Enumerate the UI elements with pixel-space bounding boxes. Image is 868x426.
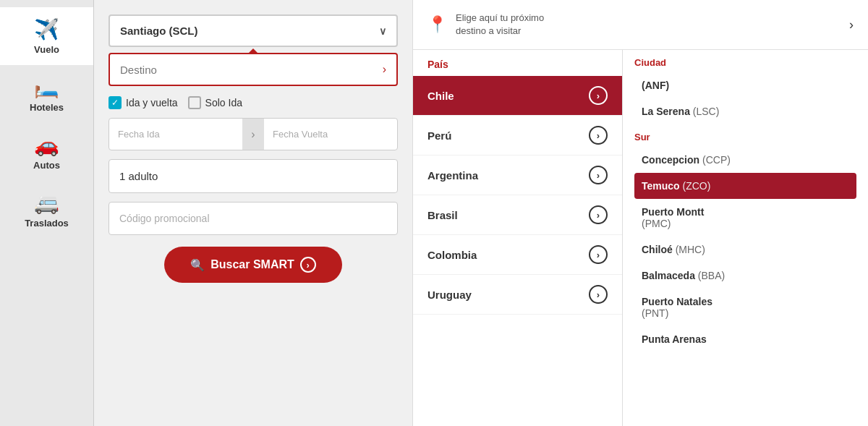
city-item-anf[interactable]: (ANF)	[634, 72, 856, 98]
sidebar-label-hoteles: Hoteles	[30, 102, 64, 113]
country-arrow-chile: ›	[589, 86, 608, 105]
city-item-concepcion[interactable]: Concepcion (CCP)	[634, 147, 856, 173]
van-icon: 🚐	[34, 191, 59, 215]
dest-header-arrow: ›	[849, 17, 854, 33]
adults-box[interactable]: 1 adulto	[109, 159, 398, 193]
booking-form: Santiago (SCL) ∨ ⌄ › ✓ Ida y vuelta Solo…	[94, 0, 412, 426]
city-item-balmaceda[interactable]: Balmaceda (BBA)	[634, 263, 856, 289]
chevron-down-icon: ∨	[379, 25, 386, 37]
city-name-puerto-montt: Puerto Montt(PMC)	[642, 206, 704, 229]
dest-header-text: Elige aquí tu próximo destino a visitar	[456, 12, 841, 38]
country-item-peru[interactable]: Perú ›	[413, 116, 622, 156]
country-item-brasil[interactable]: Brasil ›	[413, 195, 622, 235]
countries-list: País Chile › Perú › Argentina › Brasil ›…	[413, 50, 623, 426]
fecha-vuelta-label: Fecha Vuelta	[273, 129, 328, 140]
city-item-puerto-natales[interactable]: Puerto Natales(PNT)	[634, 289, 856, 326]
country-name-peru: Perú	[427, 129, 451, 142]
date-divider-arrow: ›	[242, 119, 264, 150]
city-name-la-serena: La Serena (LSC)	[642, 106, 719, 117]
ida-vuelta-checkbox[interactable]: ✓	[109, 96, 122, 109]
countries-label: País	[413, 50, 622, 76]
solo-ida-text: Solo Ida	[205, 97, 242, 108]
country-arrow-argentina: ›	[589, 166, 608, 184]
sidebar-item-traslados[interactable]: 🚐 Traslados	[0, 181, 93, 239]
ida-vuelta-text: Ida y vuelta	[126, 97, 178, 108]
country-name-chile: Chile	[427, 90, 454, 102]
country-item-chile[interactable]: Chile ›	[413, 76, 622, 116]
plane-icon: ✈️	[34, 17, 59, 41]
country-arrow-peru: ›	[589, 126, 608, 145]
country-item-uruguay[interactable]: Uruguay ›	[413, 275, 622, 315]
country-item-argentina[interactable]: Argentina ›	[413, 156, 622, 195]
city-name-punta-arenas: Punta Arenas	[642, 333, 707, 345]
sidebar-item-vuelo[interactable]: ✈️ Vuelo	[0, 7, 93, 65]
solo-ida-checkbox[interactable]	[188, 96, 201, 109]
fecha-vuelta-field[interactable]: Fecha Vuelta	[264, 119, 397, 150]
city-item-puerto-montt[interactable]: Puerto Montt(PMC)	[634, 199, 856, 237]
sidebar-label-vuelo: Vuelo	[34, 44, 59, 55]
city-item-temuco[interactable]: Temuco (ZCO)	[634, 173, 856, 199]
car-icon: 🚗	[34, 133, 59, 157]
promo-placeholder: Código promocional	[119, 213, 210, 224]
fecha-ida-field[interactable]: Fecha Ida	[109, 119, 242, 150]
city-name-anf: (ANF)	[642, 80, 669, 91]
location-pin-icon: 📍	[427, 15, 447, 34]
arrow-right-icon: ›	[383, 63, 386, 76]
fecha-ida-label: Fecha Ida	[118, 129, 160, 140]
bed-icon: 🛏️	[34, 75, 59, 99]
country-name-colombia: Colombia	[427, 249, 477, 261]
city-name-puerto-natales: Puerto Natales(PNT)	[642, 296, 712, 319]
city-item-la-serena[interactable]: La Serena (LSC)	[634, 98, 856, 124]
sidebar: ✈️ Vuelo 🛏️ Hoteles 🚗 Autos 🚐 Traslados	[0, 0, 94, 426]
sidebar-item-hoteles[interactable]: 🛏️ Hoteles	[0, 65, 93, 123]
sidebar-label-traslados: Traslados	[25, 218, 69, 229]
ida-vuelta-label[interactable]: ✓ Ida y vuelta	[109, 96, 178, 109]
adults-value: 1 adulto	[119, 170, 158, 182]
sidebar-item-autos[interactable]: 🚗 Autos	[0, 123, 93, 181]
origin-value: Santiago (SCL)	[120, 25, 198, 37]
search-icon: 🔍	[190, 258, 205, 272]
dest-body: País Chile › Perú › Argentina › Brasil ›…	[413, 50, 868, 426]
destination-input[interactable]	[120, 64, 383, 76]
dates-row: Fecha Ida › Fecha Vuelta	[109, 118, 398, 150]
country-name-brasil: Brasil	[427, 209, 458, 221]
sidebar-label-autos: Autos	[33, 160, 60, 171]
cities-sur-label: Sur	[634, 124, 856, 147]
trip-options: ✓ Ida y vuelta Solo Ida	[109, 96, 398, 109]
city-name-balmaceda: Balmaceda (BBA)	[642, 270, 725, 281]
city-name-temuco: Temuco (ZCO)	[642, 180, 710, 192]
city-item-chiloe[interactable]: Chiloé (MHC)	[634, 237, 856, 263]
origin-select[interactable]: Santiago (SCL) ∨	[109, 14, 398, 47]
city-name-concepcion: Concepcion (CCP)	[642, 154, 731, 166]
country-arrow-brasil: ›	[589, 205, 608, 224]
search-button[interactable]: 🔍 Buscar SMART ›	[164, 247, 342, 283]
search-arrow-icon: ›	[300, 257, 316, 273]
city-item-punta-arenas[interactable]: Punta Arenas	[634, 326, 856, 352]
promo-box[interactable]: Código promocional	[109, 202, 398, 235]
city-name-chiloe: Chiloé (MHC)	[642, 244, 705, 255]
destination-panel: 📍 Elige aquí tu próximo destino a visita…	[412, 0, 868, 426]
country-item-colombia[interactable]: Colombia ›	[413, 235, 622, 275]
solo-ida-label[interactable]: Solo Ida	[188, 96, 242, 109]
search-button-label: Buscar SMART	[210, 258, 294, 271]
country-name-argentina: Argentina	[427, 169, 478, 182]
country-name-uruguay: Uruguay	[427, 289, 472, 301]
cities-north-label: Ciudad	[634, 50, 856, 72]
country-arrow-uruguay: ›	[589, 285, 608, 304]
dest-header[interactable]: 📍 Elige aquí tu próximo destino a visita…	[413, 0, 868, 50]
destination-box[interactable]: ›	[109, 53, 398, 86]
cities-list: Ciudad (ANF) La Serena (LSC) Sur Concepc…	[623, 50, 868, 426]
country-arrow-colombia: ›	[589, 245, 608, 264]
